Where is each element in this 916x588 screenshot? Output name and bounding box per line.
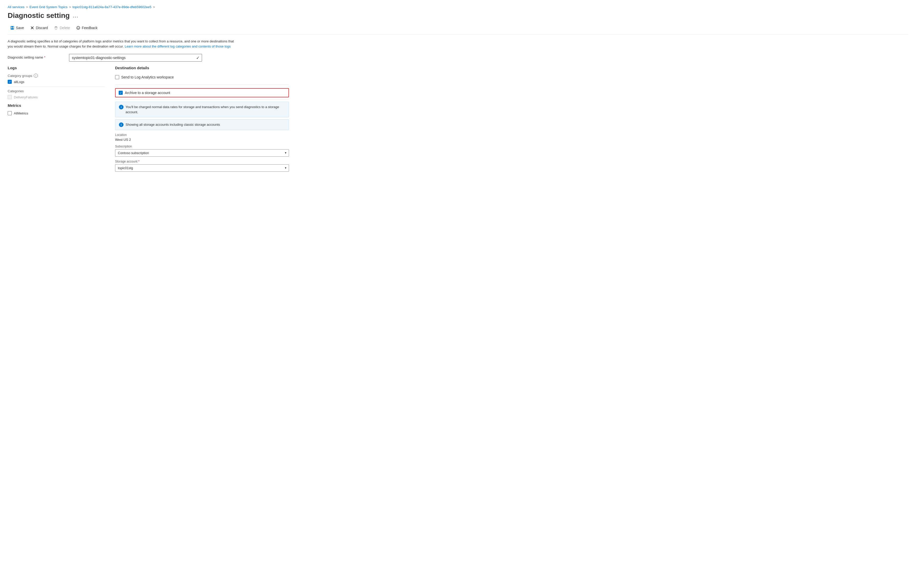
breadcrumb-topic[interactable]: topic01stg-811a624a-8a77-437e-89de-dfeb5… — [73, 5, 152, 9]
categories-section: Categories DeliveryFailures — [8, 89, 105, 99]
subscription-field-group: Subscription Contoso subscription ▾ — [115, 145, 289, 157]
storage-info-text-2: Showing all storage accounts including c… — [126, 122, 220, 127]
feedback-icon — [76, 26, 80, 30]
storage-info-text-1: You'll be charged normal data rates for … — [126, 105, 285, 115]
storage-required-marker: * — [138, 160, 140, 163]
svg-rect-1 — [11, 26, 13, 27]
dest-divider-1 — [115, 84, 289, 85]
discard-label: Discard — [36, 26, 48, 30]
allMetrics-checkbox-row: AllMetrics — [8, 111, 105, 115]
breadcrumb-sep-1: > — [26, 5, 28, 9]
left-column: Logs Category groups i ✓ allLogs Categor… — [8, 66, 105, 172]
page-title-row: Diagnostic setting ... — [8, 11, 908, 20]
diagnostic-setting-name-input[interactable] — [69, 54, 202, 61]
right-column: Destination details Send to Log Analytic… — [115, 66, 289, 172]
save-icon — [10, 26, 14, 30]
logs-section-title: Logs — [8, 66, 105, 70]
dest-divider-2 — [115, 99, 289, 100]
storage-account-select[interactable]: topic01stg — [115, 164, 289, 172]
storage-account-label: Storage account * — [115, 160, 289, 163]
subscription-select-wrapper: Contoso subscription ▾ — [115, 149, 289, 157]
allMetrics-checkbox[interactable] — [8, 111, 12, 115]
archive-storage-label: Archive to a storage account — [125, 91, 170, 95]
svg-rect-2 — [11, 28, 13, 29]
deliveryFailures-label: DeliveryFailures — [14, 95, 37, 99]
two-col-layout: Logs Category groups i ✓ allLogs Categor… — [8, 66, 908, 172]
description-link[interactable]: Learn more about the different log categ… — [125, 44, 231, 48]
diagnostic-setting-name-input-wrapper: ✓ — [69, 54, 202, 61]
log-analytics-label: Send to Log Analytics workspace — [121, 75, 174, 79]
allLogs-label[interactable]: allLogs — [14, 80, 24, 84]
delete-button[interactable]: Delete — [52, 24, 72, 31]
storage-info-icon-2: i — [119, 123, 123, 127]
svg-rect-5 — [55, 26, 57, 27]
diagnostic-setting-name-label: Diagnostic setting name * — [8, 54, 64, 59]
metrics-section-title: Metrics — [8, 103, 105, 108]
destination-details-title: Destination details — [115, 66, 289, 70]
svg-point-7 — [77, 26, 80, 29]
storage-info-banner-2: i Showing all storage accounts including… — [115, 120, 289, 130]
logs-divider — [8, 86, 105, 87]
delete-icon — [54, 26, 58, 30]
storage-account-select-wrapper: topic01stg ▾ — [115, 164, 289, 172]
location-value: West US 2 — [115, 138, 289, 142]
subscription-select[interactable]: Contoso subscription — [115, 149, 289, 157]
breadcrumb-sep-2: > — [69, 5, 71, 9]
page-title: Diagnostic setting — [8, 11, 70, 20]
destination-section: Send to Log Analytics workspace ✓ Archiv… — [115, 74, 289, 172]
save-label: Save — [16, 26, 24, 30]
archive-storage-container: ✓ Archive to a storage account i You'll … — [115, 88, 289, 172]
location-label: Location — [115, 133, 289, 137]
description-section: A diagnostic setting specifies a list of… — [8, 39, 238, 49]
breadcrumb-sep-3: > — [153, 5, 155, 9]
deliveryFailures-checkbox-row: DeliveryFailures — [8, 95, 105, 99]
breadcrumb: All services > Event Grid System Topics … — [8, 5, 908, 9]
discard-button[interactable]: Discard — [28, 24, 50, 31]
archive-storage-box: ✓ Archive to a storage account — [115, 88, 289, 97]
delete-label: Delete — [60, 26, 70, 30]
toolbar: Save Discard Delete — [8, 24, 908, 35]
save-button[interactable]: Save — [8, 24, 27, 31]
subscription-label: Subscription — [115, 145, 289, 148]
allMetrics-label[interactable]: AllMetrics — [14, 111, 28, 115]
diagnostic-setting-name-row: Diagnostic setting name * ✓ — [8, 54, 217, 61]
allLogs-checkbox[interactable]: ✓ — [8, 80, 12, 84]
required-marker: * — [44, 55, 45, 59]
allLogs-checkbox-row: ✓ allLogs — [8, 80, 105, 84]
input-check-icon: ✓ — [196, 55, 199, 60]
svg-point-8 — [77, 27, 78, 28]
category-groups-info-icon[interactable]: i — [34, 74, 38, 78]
breadcrumb-event-grid[interactable]: Event Grid System Topics — [29, 5, 68, 9]
breadcrumb-all-services[interactable]: All services — [8, 5, 24, 9]
categories-label: Categories — [8, 89, 105, 93]
logs-section: Logs Category groups i ✓ allLogs Categor… — [8, 66, 105, 99]
storage-info-banner-1: i You'll be charged normal data rates fo… — [115, 102, 289, 117]
metrics-section: Metrics AllMetrics — [8, 103, 105, 115]
deliveryFailures-checkbox — [8, 95, 12, 99]
log-analytics-dest-item: Send to Log Analytics workspace — [115, 74, 289, 81]
location-field-group: Location West US 2 — [115, 133, 289, 142]
feedback-label: Feedback — [82, 26, 97, 30]
svg-point-9 — [79, 27, 79, 28]
feedback-button[interactable]: Feedback — [74, 24, 100, 31]
ellipsis-button[interactable]: ... — [73, 13, 79, 19]
storage-info-icon-1: i — [119, 105, 123, 109]
discard-icon — [30, 26, 34, 30]
category-groups-label: Category groups i — [8, 74, 105, 78]
storage-account-field-group: Storage account * topic01stg ▾ — [115, 160, 289, 172]
svg-rect-6 — [55, 27, 58, 27]
archive-storage-checkbox[interactable]: ✓ — [119, 91, 123, 95]
log-analytics-checkbox[interactable] — [115, 75, 119, 79]
